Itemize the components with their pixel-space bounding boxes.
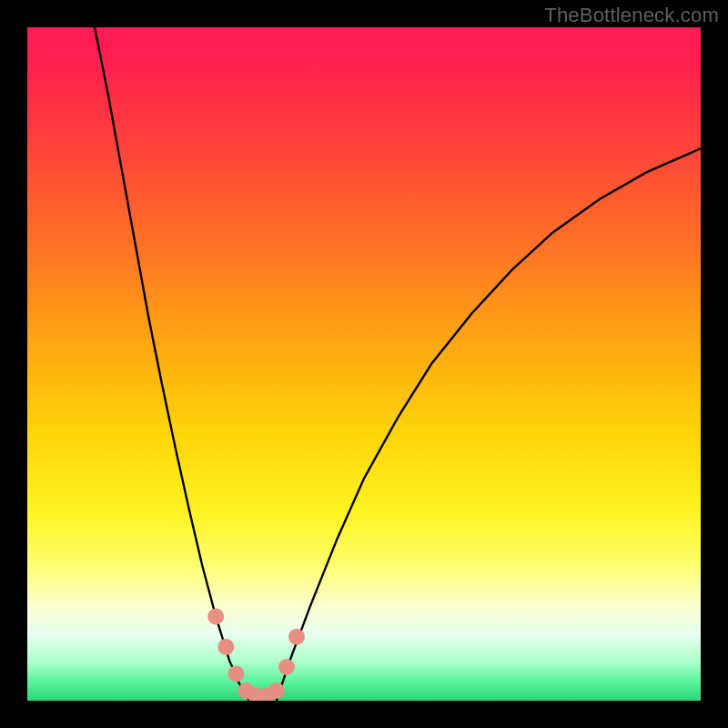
highlight-dot xyxy=(217,639,234,655)
curve-layer xyxy=(27,27,701,701)
left-curve xyxy=(95,27,249,701)
highlight-dot xyxy=(228,665,244,682)
highlight-dot xyxy=(278,659,295,675)
chart-frame: TheBottleneck.com xyxy=(0,0,728,728)
highlight-dots-group xyxy=(207,609,305,702)
right-curve xyxy=(277,148,701,701)
plot-area xyxy=(27,27,701,701)
highlight-dot xyxy=(207,609,224,625)
highlight-dot xyxy=(288,629,305,645)
watermark-text: TheBottleneck.com xyxy=(544,4,719,27)
highlight-dot xyxy=(268,682,285,699)
